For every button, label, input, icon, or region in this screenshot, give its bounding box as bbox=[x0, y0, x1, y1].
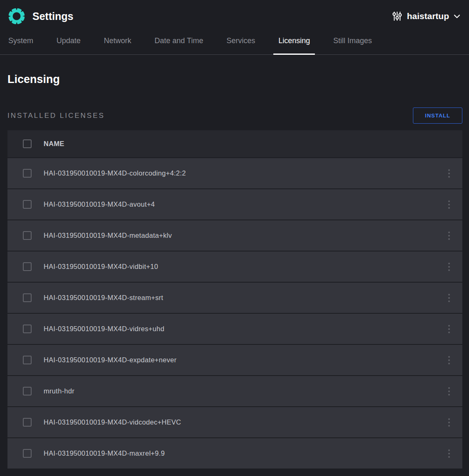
row-actions-cell bbox=[436, 290, 462, 305]
select-all-checkbox[interactable] bbox=[23, 139, 32, 148]
row-menu-kebab-icon[interactable] bbox=[444, 353, 454, 368]
tab-label: Network bbox=[104, 37, 131, 45]
row-menu-kebab-icon[interactable] bbox=[444, 415, 454, 430]
license-name: HAI-031950010019-MX4D-colorcoding+4:2:2 bbox=[44, 169, 436, 177]
user-menu-button[interactable]: haistartup bbox=[393, 11, 460, 22]
license-name: HAI-031950010019-MX4D-metadata+klv bbox=[44, 232, 436, 239]
table-row: HAI-031950010019-MX4D-avout+4 bbox=[7, 189, 462, 220]
row-checkbox-cell bbox=[7, 169, 44, 178]
tab-network[interactable]: Network bbox=[103, 30, 132, 54]
row-menu-kebab-icon[interactable] bbox=[444, 384, 454, 399]
tab-label: Date and Time bbox=[155, 37, 203, 45]
tab-date-and-time[interactable]: Date and Time bbox=[154, 30, 204, 54]
table-row: HAI-031950010019-MX4D-colorcoding+4:2:2 bbox=[7, 158, 462, 188]
table-row: HAI-031950010019-MX4D-vidcodec+HEVC bbox=[7, 407, 462, 437]
row-checkbox-cell bbox=[7, 231, 44, 240]
tab-update[interactable]: Update bbox=[56, 30, 81, 54]
row-menu-kebab-icon[interactable] bbox=[444, 290, 454, 305]
license-name: HAI-031950010019-MX4D-vidcodec+HEVC bbox=[44, 418, 436, 426]
row-checkbox-cell bbox=[7, 387, 44, 395]
row-actions-cell bbox=[436, 322, 462, 337]
row-checkbox[interactable] bbox=[23, 325, 32, 333]
license-table-body: HAI-031950010019-MX4D-colorcoding+4:2:2 … bbox=[7, 158, 462, 469]
row-checkbox[interactable] bbox=[23, 356, 32, 364]
tab-label: Licensing bbox=[278, 37, 310, 45]
table-row: HAI-031950010019-MX4D-metadata+klv bbox=[7, 220, 462, 251]
row-actions-cell bbox=[436, 384, 462, 399]
section-title: INSTALLED LICENSES bbox=[7, 112, 105, 120]
row-menu-kebab-icon[interactable] bbox=[444, 166, 454, 181]
row-actions-cell bbox=[436, 166, 462, 181]
row-checkbox-cell bbox=[7, 293, 44, 302]
table-row: HAI-031950010019-MX4D-expdate+never bbox=[7, 345, 462, 375]
tab-still-images[interactable]: Still Images bbox=[332, 30, 373, 54]
install-button[interactable]: INSTALL bbox=[413, 107, 462, 124]
license-name: HAI-031950010019-MX4D-avout+4 bbox=[44, 200, 436, 208]
row-menu-kebab-icon[interactable] bbox=[444, 322, 454, 337]
license-name: mruth-hdr bbox=[44, 387, 436, 395]
row-checkbox[interactable] bbox=[23, 200, 32, 209]
app-header-left: Settings bbox=[7, 7, 74, 25]
row-actions-cell bbox=[436, 228, 462, 243]
row-menu-kebab-icon[interactable] bbox=[444, 197, 454, 212]
license-name: HAI-031950010019-MX4D-stream+srt bbox=[44, 294, 436, 302]
header-checkbox-cell bbox=[7, 139, 44, 148]
installed-licenses-section-header: INSTALLED LICENSES INSTALL bbox=[7, 107, 462, 124]
chevron-down-icon bbox=[454, 15, 460, 18]
row-checkbox-cell bbox=[7, 418, 44, 427]
row-checkbox-cell bbox=[7, 200, 44, 209]
row-actions-cell bbox=[436, 353, 462, 368]
row-checkbox[interactable] bbox=[23, 418, 32, 427]
row-checkbox-cell bbox=[7, 325, 44, 333]
licensing-page: Licensing INSTALLED LICENSES INSTALL NAM… bbox=[0, 73, 469, 469]
license-name: HAI-031950010019-MX4D-expdate+never bbox=[44, 356, 436, 364]
row-checkbox[interactable] bbox=[23, 293, 32, 302]
table-row: HAI-031950010019-MX4D-maxrel+9.9 bbox=[7, 438, 462, 469]
license-table-header-row: NAME bbox=[7, 130, 462, 157]
user-menu-label: haistartup bbox=[407, 11, 449, 21]
row-menu-kebab-icon[interactable] bbox=[444, 228, 454, 243]
table-row: HAI-031950010019-MX4D-vidbit+10 bbox=[7, 251, 462, 282]
tab-label: System bbox=[8, 37, 33, 45]
row-actions-cell bbox=[436, 415, 462, 430]
row-actions-cell bbox=[436, 446, 462, 461]
row-checkbox[interactable] bbox=[23, 231, 32, 240]
row-menu-kebab-icon[interactable] bbox=[444, 259, 454, 274]
table-row: HAI-031950010019-MX4D-stream+srt bbox=[7, 283, 462, 313]
app-header: Settings haistartup bbox=[0, 0, 469, 30]
app-title: Settings bbox=[32, 10, 74, 22]
tab-label: Services bbox=[226, 37, 255, 45]
row-checkbox-cell bbox=[7, 449, 44, 458]
row-checkbox-cell bbox=[7, 262, 44, 271]
tab-system[interactable]: System bbox=[7, 30, 34, 54]
row-checkbox[interactable] bbox=[23, 262, 32, 271]
name-column-header: NAME bbox=[44, 140, 436, 148]
row-checkbox[interactable] bbox=[23, 449, 32, 458]
tab-services[interactable]: Services bbox=[226, 30, 256, 54]
table-row: mruth-hdr bbox=[7, 376, 462, 406]
row-menu-kebab-icon[interactable] bbox=[444, 446, 454, 461]
license-name: HAI-031950010019-MX4D-maxrel+9.9 bbox=[44, 449, 436, 457]
tab-label: Update bbox=[56, 37, 81, 45]
settings-gear-icon bbox=[7, 7, 26, 25]
tab-label: Still Images bbox=[333, 37, 372, 45]
sliders-icon bbox=[393, 11, 402, 22]
tab-licensing[interactable]: Licensing bbox=[277, 30, 311, 54]
tab-bar: System Update Network Date and Time Serv… bbox=[0, 30, 469, 55]
license-name: HAI-031950010019-MX4D-vidres+uhd bbox=[44, 325, 436, 333]
page-title: Licensing bbox=[7, 73, 462, 86]
row-actions-cell bbox=[436, 197, 462, 212]
row-checkbox[interactable] bbox=[23, 387, 32, 395]
row-actions-cell bbox=[436, 259, 462, 274]
license-name: HAI-031950010019-MX4D-vidbit+10 bbox=[44, 263, 436, 271]
row-checkbox-cell bbox=[7, 356, 44, 364]
table-row: HAI-031950010019-MX4D-vidres+uhd bbox=[7, 314, 462, 344]
row-checkbox[interactable] bbox=[23, 169, 32, 178]
license-table: NAME HAI-031950010019-MX4D-colorcoding+4… bbox=[7, 130, 462, 469]
